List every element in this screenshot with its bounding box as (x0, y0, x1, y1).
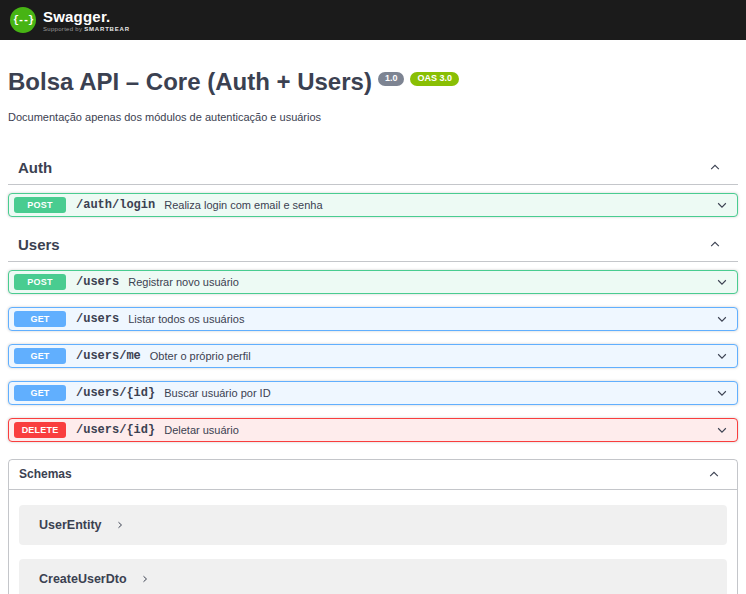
operation-row[interactable]: GET /users Listar todos os usuários (8, 307, 738, 331)
chevron-right-icon (115, 520, 125, 530)
operations: POST /users Registrar novo usuário GET /… (8, 262, 738, 442)
version-badge: 1.0 (378, 72, 405, 86)
smartbear-label: SMARTBEAR (84, 26, 130, 32)
swagger-logo-icon: {--} (10, 7, 36, 33)
oas-badge: OAS 3.0 (410, 72, 459, 86)
method-badge: GET (14, 348, 66, 364)
tag-section: Users POST /users Registrar novo usuário… (8, 230, 738, 442)
collapse-arrow-icon (708, 237, 722, 251)
api-description: Documentação apenas dos módulos de auten… (8, 111, 738, 123)
tag-header[interactable]: Users (8, 230, 738, 262)
operations: POST /auth/login Realiza login com email… (8, 185, 738, 217)
operation-path: /users/{id} (76, 423, 155, 437)
operation-path: /users/{id} (76, 386, 155, 400)
schemas-section: Schemas UserEntity CreateUserDto (8, 459, 738, 594)
tag-sections: Auth POST /auth/login Realiza login com … (8, 153, 738, 442)
schemas-title: Schemas (19, 467, 72, 481)
operation-summary: Realiza login com email e senha (164, 199, 322, 211)
supported-by-line: Supported by SMARTBEAR (43, 26, 130, 32)
operation-path: /users (76, 312, 119, 326)
schema-model-row[interactable]: CreateUserDto (19, 559, 727, 594)
collapse-arrow-icon (708, 160, 722, 174)
expand-arrow-icon (715, 198, 729, 212)
logo-text: Swagger. Supported by SMARTBEAR (43, 9, 130, 32)
models-list: UserEntity CreateUserDto (9, 490, 737, 594)
operation-path: /auth/login (76, 198, 155, 212)
supported-by-label: Supported by (43, 26, 82, 32)
tag-section: Auth POST /auth/login Realiza login com … (8, 153, 738, 217)
chevron-right-icon (140, 574, 150, 584)
tag-title: Users (18, 236, 60, 253)
swagger-logo-glyph: {--} (13, 15, 33, 26)
operation-summary: Registrar novo usuário (128, 276, 239, 288)
method-badge: GET (14, 311, 66, 327)
expand-arrow-icon (715, 423, 729, 437)
operation-summary: Listar todos os usuários (128, 313, 244, 325)
page-title: Bolsa API – Core (Auth + Users)1.0OAS 3.… (8, 68, 738, 97)
operation-row[interactable]: GET /users/me Obter o próprio perfil (8, 344, 738, 368)
operation-path: /users/me (76, 349, 141, 363)
expand-arrow-icon (715, 312, 729, 326)
topbar: {--} Swagger. Supported by SMARTBEAR (0, 0, 746, 40)
collapse-arrow-icon (707, 467, 721, 481)
operation-row[interactable]: POST /users Registrar novo usuário (8, 270, 738, 294)
brand-name: Swagger. (43, 9, 130, 24)
operation-row[interactable]: GET /users/{id} Buscar usuário por ID (8, 381, 738, 405)
operation-summary: Buscar usuário por ID (164, 387, 270, 399)
operation-path: /users (76, 275, 119, 289)
method-badge: POST (14, 274, 66, 290)
expand-arrow-icon (715, 349, 729, 363)
method-badge: GET (14, 385, 66, 401)
operation-row[interactable]: POST /auth/login Realiza login com email… (8, 193, 738, 217)
api-info: Bolsa API – Core (Auth + Users)1.0OAS 3.… (8, 40, 738, 123)
api-title-text: Bolsa API – Core (Auth + Users) (8, 68, 372, 95)
operation-row[interactable]: DELETE /users/{id} Deletar usuário (8, 418, 738, 442)
schemas-header[interactable]: Schemas (9, 460, 737, 490)
method-badge: POST (14, 197, 66, 213)
schema-model-name: CreateUserDto (39, 572, 127, 586)
method-badge: DELETE (14, 422, 66, 438)
expand-arrow-icon (715, 386, 729, 400)
schema-model-row[interactable]: UserEntity (19, 505, 727, 545)
tag-title: Auth (18, 159, 52, 176)
expand-arrow-icon (715, 275, 729, 289)
tag-header[interactable]: Auth (8, 153, 738, 185)
operation-summary: Deletar usuário (164, 424, 239, 436)
schema-model-name: UserEntity (39, 518, 102, 532)
operation-summary: Obter o próprio perfil (150, 350, 251, 362)
main-content: Bolsa API – Core (Auth + Users)1.0OAS 3.… (0, 40, 746, 594)
